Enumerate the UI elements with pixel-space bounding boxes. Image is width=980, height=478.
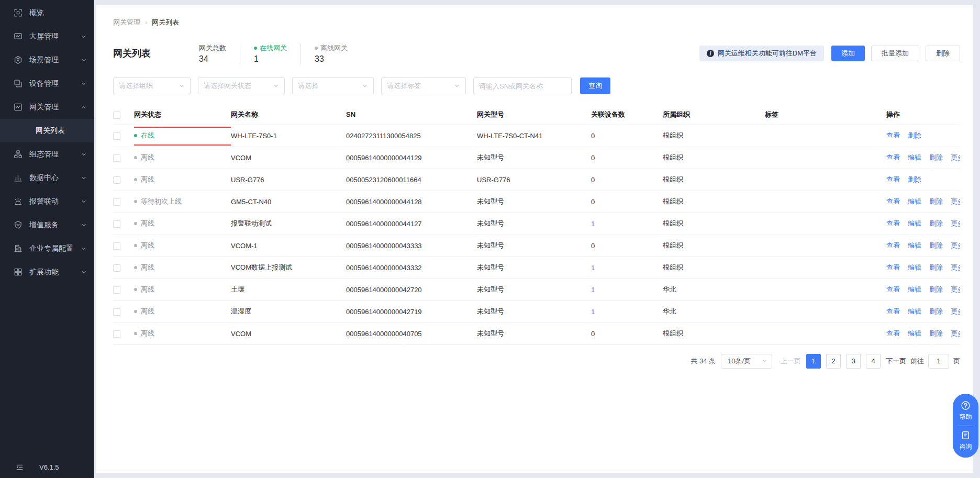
row-checkbox[interactable] bbox=[113, 330, 120, 338]
actions-cell: 查看编辑删除更多 bbox=[886, 323, 960, 344]
row-action-link[interactable]: 查看 bbox=[886, 131, 900, 140]
sidebar-item[interactable]: 企业专属配置 bbox=[0, 237, 94, 260]
header-actions: i 网关运维相关功能可前往DM平台 添加 批量添加 删除 bbox=[699, 46, 960, 61]
device-count-link[interactable]: 1 bbox=[591, 220, 595, 228]
sidebar-item[interactable]: 组态管理 bbox=[0, 142, 94, 166]
gateway-status-select[interactable]: 请选择网关状态 bbox=[198, 77, 285, 94]
row-action-link[interactable]: 删除 bbox=[929, 329, 943, 338]
row-action-link[interactable]: 编辑 bbox=[908, 241, 921, 250]
query-button[interactable]: 查询 bbox=[580, 77, 610, 94]
model-select[interactable]: 请选择 bbox=[292, 77, 374, 94]
row-action-link[interactable]: 查看 bbox=[886, 219, 900, 228]
row-checkbox[interactable] bbox=[113, 242, 120, 250]
page-number-button[interactable]: 1 bbox=[806, 354, 821, 369]
goto-page-input[interactable] bbox=[928, 354, 949, 369]
prev-page-button[interactable]: 上一页 bbox=[781, 357, 801, 366]
help-label[interactable]: 帮助 bbox=[960, 413, 972, 421]
select-all-checkbox[interactable] bbox=[113, 112, 120, 119]
sidebar-item-label: 设备管理 bbox=[29, 79, 81, 88]
row-action-link[interactable]: 查看 bbox=[886, 307, 900, 316]
row-action-link[interactable]: 更多 bbox=[951, 329, 960, 338]
row-action-link[interactable]: 删除 bbox=[929, 197, 943, 206]
sidebar-item[interactable]: 增值服务 bbox=[0, 213, 94, 237]
alarm-icon bbox=[14, 197, 23, 206]
row-action-link[interactable]: 查看 bbox=[886, 197, 900, 206]
page-size-select[interactable]: 10条/页 bbox=[721, 354, 772, 369]
sidebar-item[interactable]: 报警联动 bbox=[0, 190, 94, 213]
row-action-link[interactable]: 编辑 bbox=[908, 197, 921, 206]
chevron-down-icon bbox=[81, 198, 87, 205]
page-number-button[interactable]: 3 bbox=[846, 354, 861, 369]
status-dot-icon bbox=[134, 200, 137, 203]
sn-search-input[interactable] bbox=[473, 77, 572, 94]
collapse-sidebar-icon[interactable] bbox=[16, 463, 24, 471]
sidebar-subitem-gateway-list[interactable]: 网关列表 bbox=[0, 119, 94, 142]
next-page-button[interactable]: 下一页 bbox=[886, 357, 906, 366]
row-action-link[interactable]: 删除 bbox=[929, 285, 943, 294]
device-count-link[interactable]: 1 bbox=[591, 286, 595, 294]
row-action-link[interactable]: 查看 bbox=[886, 175, 900, 184]
add-button[interactable]: 添加 bbox=[831, 46, 865, 61]
row-checkbox[interactable] bbox=[113, 220, 120, 228]
row-action-link[interactable]: 删除 bbox=[929, 153, 943, 162]
row-action-link[interactable]: 删除 bbox=[929, 219, 943, 228]
row-action-link[interactable]: 更多 bbox=[951, 219, 960, 228]
sidebar-item[interactable]: 大屏管理 bbox=[0, 25, 94, 48]
tag-select[interactable]: 请选择标签 bbox=[381, 77, 466, 94]
row-checkbox[interactable] bbox=[113, 286, 120, 294]
row-action-link[interactable]: 更多 bbox=[951, 241, 960, 250]
consult-label[interactable]: 咨询 bbox=[960, 442, 972, 451]
row-action-link[interactable]: 删除 bbox=[908, 175, 921, 184]
row-action-link[interactable]: 编辑 bbox=[908, 285, 921, 294]
row-action-link[interactable]: 更多 bbox=[951, 263, 960, 272]
row-action-link[interactable]: 更多 bbox=[951, 285, 960, 294]
row-action-link[interactable]: 编辑 bbox=[908, 307, 921, 316]
row-action-link[interactable]: 查看 bbox=[886, 285, 900, 294]
row-action-link[interactable]: 更多 bbox=[951, 153, 960, 162]
org-select[interactable]: 请选择组织 bbox=[113, 77, 191, 94]
row-checkbox[interactable] bbox=[113, 154, 120, 162]
row-action-link[interactable]: 更多 bbox=[951, 197, 960, 206]
sidebar-item[interactable]: 扩展功能 bbox=[0, 260, 94, 284]
row-action-link[interactable]: 编辑 bbox=[908, 219, 921, 228]
row-action-link[interactable]: 更多 bbox=[951, 307, 960, 316]
page-number-button[interactable]: 2 bbox=[826, 354, 841, 369]
page-number-button[interactable]: 4 bbox=[866, 354, 881, 369]
row-checkbox[interactable] bbox=[113, 132, 120, 140]
device-count-link[interactable]: 1 bbox=[591, 264, 595, 272]
row-action-link[interactable]: 编辑 bbox=[908, 153, 921, 162]
sidebar-item[interactable]: 数据中心 bbox=[0, 166, 94, 190]
row-action-link[interactable]: 删除 bbox=[929, 263, 943, 272]
row-checkbox[interactable] bbox=[113, 176, 120, 184]
row-action-link[interactable]: 删除 bbox=[908, 131, 921, 140]
sidebar-item[interactable]: 网关管理 bbox=[0, 95, 94, 119]
sidebar-item[interactable]: 概览 bbox=[0, 1, 94, 25]
help-icon[interactable] bbox=[961, 401, 971, 410]
gateway-name-cell: WH-LTE-7S0-1 bbox=[231, 125, 346, 147]
row-checkbox-cell bbox=[113, 125, 134, 147]
breadcrumb-gateway-management[interactable]: 网关管理 bbox=[113, 18, 140, 27]
row-action-link[interactable]: 编辑 bbox=[908, 329, 921, 338]
sidebar-item-label: 报警联动 bbox=[29, 197, 81, 206]
gateway-sn-cell: 00500523120600011664 bbox=[346, 169, 477, 191]
row-action-link[interactable]: 查看 bbox=[886, 153, 900, 162]
row-checkbox[interactable] bbox=[113, 198, 120, 206]
sidebar-item[interactable]: 设备管理 bbox=[0, 72, 94, 95]
gateway-status-cell: 离线 bbox=[134, 257, 231, 279]
row-action-link[interactable]: 删除 bbox=[929, 307, 943, 316]
row-action-link[interactable]: 删除 bbox=[929, 241, 943, 250]
delete-button[interactable]: 删除 bbox=[926, 46, 960, 61]
org-cell: 华北 bbox=[663, 279, 765, 301]
device-count-cell: 0 bbox=[591, 191, 663, 213]
row-checkbox[interactable] bbox=[113, 308, 120, 316]
dm-platform-notice[interactable]: i 网关运维相关功能可前往DM平台 bbox=[699, 46, 824, 61]
row-checkbox[interactable] bbox=[113, 264, 120, 272]
row-action-link[interactable]: 编辑 bbox=[908, 263, 921, 272]
device-count-link[interactable]: 1 bbox=[591, 308, 595, 316]
sidebar-item[interactable]: 场景管理 bbox=[0, 48, 94, 72]
row-action-link[interactable]: 查看 bbox=[886, 263, 900, 272]
batch-add-button[interactable]: 批量添加 bbox=[871, 46, 919, 61]
consult-icon[interactable] bbox=[961, 430, 971, 440]
row-action-link[interactable]: 查看 bbox=[886, 329, 900, 338]
row-action-link[interactable]: 查看 bbox=[886, 241, 900, 250]
